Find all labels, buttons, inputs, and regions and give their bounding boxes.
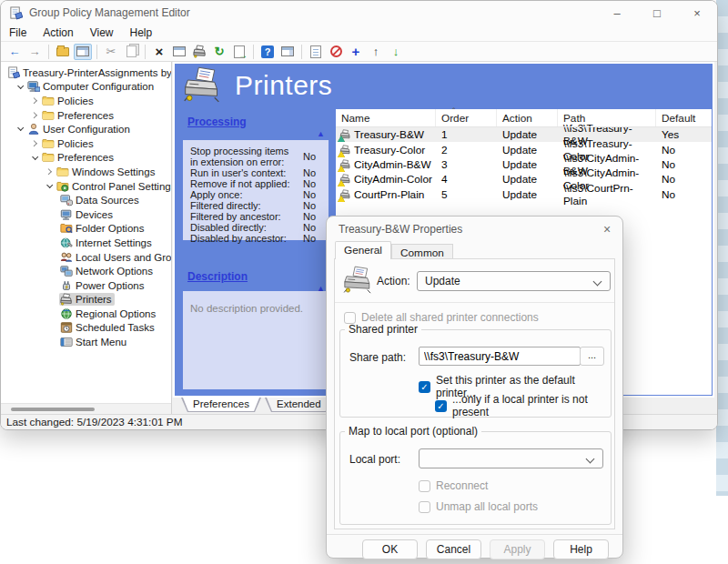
tree-item-local-users-and-groups[interactable]: Local Users and Groups	[1, 250, 171, 265]
action-dropdown[interactable]: Update	[417, 271, 611, 291]
menu-bar: File Action View Help	[1, 25, 717, 42]
sort-ascending-icon: ˆ	[452, 107, 455, 117]
move-down-icon[interactable]: ↓	[387, 44, 405, 60]
menu-action[interactable]: Action	[35, 26, 81, 39]
copy-object-icon[interactable]	[307, 44, 325, 60]
expand-chevron-icon[interactable]	[45, 166, 56, 177]
tree-item-policies[interactable]: Policies	[1, 94, 171, 108]
back-icon[interactable]: ←	[5, 44, 24, 60]
add-item-icon[interactable]: +	[347, 44, 365, 60]
tree-item-policies[interactable]: Policies	[1, 136, 171, 151]
delete-icon[interactable]: ×	[150, 44, 168, 60]
regional-options-icon	[60, 307, 73, 320]
dialog-close-icon[interactable]: ×	[592, 217, 622, 242]
share-path-input[interactable]	[419, 347, 581, 366]
tree-item-regional-options[interactable]: Regional Options	[1, 307, 171, 321]
show-action-pane-icon[interactable]	[278, 44, 297, 60]
expand-chevron-icon[interactable]	[30, 110, 41, 121]
tree-item-windows-settings[interactable]: Windows Settings	[1, 165, 171, 179]
tree-item-power-options[interactable]: Power Options	[1, 278, 171, 293]
tab-common[interactable]: Common	[391, 244, 453, 259]
tree-item-user-configuration[interactable]: User Configuration	[1, 122, 171, 136]
table-row[interactable]: CourtPrn-Plain 5 Update \\fs3\CourtPrn-P…	[336, 187, 712, 202]
list-header: Name Order Action Path Default ˆ	[336, 109, 712, 127]
collapse-chevron-icon[interactable]	[30, 152, 41, 163]
cancel-button[interactable]: Cancel	[426, 539, 481, 559]
print-icon[interactable]	[190, 44, 208, 60]
scrollbar-thumb[interactable]	[11, 408, 95, 411]
tree-item-data-sources[interactable]: Data Sources	[1, 193, 171, 207]
tree-item-preferences[interactable]: Preferences	[1, 108, 171, 123]
ok-button[interactable]: OK	[362, 539, 418, 559]
column-header-path[interactable]: Path	[558, 109, 656, 126]
show-console-tree-icon[interactable]	[74, 44, 92, 60]
collapse-chevron-icon[interactable]	[45, 181, 56, 192]
default-printer-checkbox[interactable]: ✓	[419, 381, 430, 393]
shared-printer-icon	[339, 174, 351, 185]
tree-item-control-panel-settings[interactable]: Control Panel Settings	[1, 179, 171, 194]
menu-view[interactable]: View	[82, 26, 122, 39]
processing-link[interactable]: Processing	[187, 116, 247, 128]
collapse-chevron-icon[interactable]	[15, 124, 26, 135]
expand-chevron-icon[interactable]	[30, 96, 41, 106]
browse-button[interactable]: ...	[580, 347, 604, 366]
tab-extended[interactable]: Extended	[265, 398, 333, 412]
console-tree: Treasury-PrinterAssignments by User [ Co…	[1, 62, 172, 414]
tree-item-preferences[interactable]: Preferences	[1, 151, 171, 166]
move-up-icon[interactable]: ↑	[367, 44, 385, 60]
menu-file[interactable]: File	[1, 26, 35, 39]
only-if-local-checkbox[interactable]: ✓	[435, 400, 447, 412]
power-options-icon	[60, 279, 73, 292]
window-title: Group Policy Management Editor	[29, 6, 190, 19]
collapse-processing-icon[interactable]: ▲	[317, 129, 325, 138]
maximize-button[interactable]: □	[637, 1, 677, 25]
tab-preferences[interactable]: Preferences	[181, 398, 261, 412]
expand-chevron-icon[interactable]	[30, 138, 41, 149]
tree-item-start-menu[interactable]: Start Menu	[1, 335, 171, 349]
delete-all-checkbox	[344, 312, 356, 324]
tree-item-scheduled-tasks[interactable]: Scheduled Tasks	[1, 321, 171, 336]
up-one-level-icon[interactable]	[54, 44, 72, 60]
close-button[interactable]: ×	[677, 1, 717, 25]
tree-item-network-options[interactable]: Network Options	[1, 264, 171, 278]
menu-help[interactable]: Help	[122, 26, 161, 39]
tree-item-folder-options[interactable]: Folder Options	[1, 222, 171, 237]
status-text: Last changed: 5/19/2023 4:31:01 PM	[1, 416, 183, 428]
folder-icon	[56, 166, 69, 178]
copy-icon[interactable]	[122, 44, 140, 60]
tree-item-internet-settings[interactable]: Internet Settings	[1, 236, 171, 250]
shared-printer-icon	[339, 159, 351, 170]
forward-icon[interactable]: →	[25, 44, 44, 60]
tree-item-gpo-root[interactable]: Treasury-PrinterAssignments by User [	[1, 65, 171, 80]
help-button[interactable]: Help	[553, 539, 609, 559]
minimize-button[interactable]: –	[597, 1, 637, 25]
refresh-icon[interactable]: ↻	[210, 44, 228, 60]
general-tab-page: Action: Update Delete all shared printer…	[334, 258, 615, 529]
tree-item-devices[interactable]: Devices	[1, 207, 171, 222]
cut-icon[interactable]: ✂	[102, 44, 120, 60]
properties-icon[interactable]	[170, 44, 188, 60]
local-users-icon	[60, 251, 73, 264]
local-port-group: Map to local port (optional) Local port:…	[339, 425, 612, 525]
local-port-dropdown[interactable]	[419, 448, 603, 468]
column-header-action[interactable]: Action	[497, 109, 558, 126]
control-panel-icon	[56, 180, 69, 193]
tree-item-computer-configuration[interactable]: Computer Configuration	[1, 80, 171, 95]
column-header-default[interactable]: Default	[656, 109, 712, 126]
column-header-name[interactable]: Name	[336, 109, 436, 126]
data-sources-icon	[60, 194, 73, 206]
folder-icon	[42, 109, 55, 122]
tree-item-printers[interactable]: Printers	[1, 293, 171, 307]
tree-horizontal-scrollbar[interactable]	[1, 403, 171, 414]
export-list-icon[interactable]	[230, 44, 248, 60]
column-header-order[interactable]: Order	[436, 109, 497, 126]
shared-printer-icon	[339, 189, 351, 200]
processing-box: Stop processing items in extension on er…	[183, 140, 329, 240]
disable-item-icon[interactable]	[327, 44, 345, 60]
description-link[interactable]: Description	[187, 270, 248, 283]
help-icon[interactable]: ?	[258, 44, 277, 60]
tab-general[interactable]: General	[335, 241, 391, 259]
collapse-chevron-icon[interactable]	[15, 81, 26, 92]
local-port-label: Local port:	[349, 453, 400, 466]
toolbar: ← → ✂ × ↻ ? + ↑ ↓	[1, 42, 717, 62]
